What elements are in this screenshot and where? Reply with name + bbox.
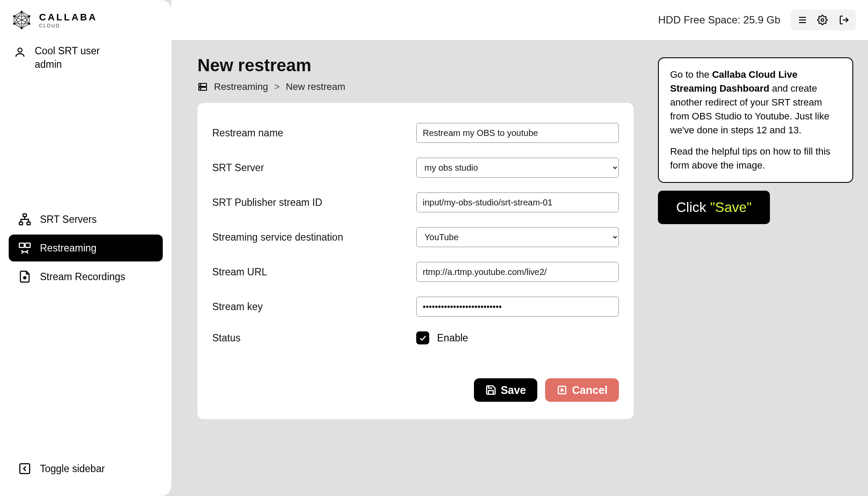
sidebar: CALLABA CLOUD Cool SRT user admin SRT Se… xyxy=(0,0,171,496)
user-icon xyxy=(14,46,26,58)
sidebar-item-label: Restreaming xyxy=(40,242,96,254)
sidebar-item-label: Stream Recordings xyxy=(40,271,125,283)
cancel-icon xyxy=(556,384,568,396)
hdd-free-space: HDD Free Space: 25.9 Gb xyxy=(658,14,780,26)
svg-point-14 xyxy=(13,23,15,25)
destination-label: Streaming service destination xyxy=(212,231,416,243)
user-name: Cool SRT user xyxy=(35,44,100,58)
menu-icon xyxy=(797,15,808,25)
destination-select[interactable]: YouTube xyxy=(416,227,619,247)
svg-point-10 xyxy=(21,11,23,13)
svg-point-16 xyxy=(18,48,22,52)
gear-icon xyxy=(817,15,828,25)
hint-box: Go to the Callaba Cloud Live Streaming D… xyxy=(658,57,853,183)
srt-publisher-input[interactable] xyxy=(416,192,619,212)
stream-url-label: Stream URL xyxy=(212,266,416,278)
main-content: New restream Restreaming > New restream … xyxy=(171,40,868,496)
breadcrumb-separator: > xyxy=(274,81,280,93)
stream-key-input[interactable] xyxy=(416,297,619,317)
topbar: HDD Free Space: 25.9 Gb xyxy=(171,0,868,40)
restream-icon xyxy=(18,241,31,255)
stream-key-label: Stream key xyxy=(212,301,416,313)
settings-button[interactable] xyxy=(812,11,832,29)
svg-rect-21 xyxy=(25,243,30,248)
sidebar-nav: SRT Servers Restreaming Stream Recording… xyxy=(0,206,171,292)
sidebar-item-recordings[interactable]: Stream Recordings xyxy=(9,263,163,290)
brand-name: CALLABA xyxy=(39,12,97,23)
svg-point-15 xyxy=(13,15,15,17)
srt-server-select[interactable]: my obs studio xyxy=(416,158,619,178)
brand-subtitle: CLOUD xyxy=(39,23,97,28)
breadcrumb-parent[interactable]: Restreaming xyxy=(214,81,268,93)
svg-point-12 xyxy=(28,23,30,25)
user-block: Cool SRT user admin xyxy=(0,36,171,76)
toggle-sidebar-label: Toggle sidebar xyxy=(40,463,105,475)
svg-point-13 xyxy=(21,27,23,29)
logout-button[interactable] xyxy=(834,11,854,29)
svg-rect-19 xyxy=(27,222,30,225)
network-icon xyxy=(18,213,31,226)
svg-point-27 xyxy=(821,19,824,21)
save-icon xyxy=(485,384,496,396)
hint-callout: Click "Save" xyxy=(658,191,770,224)
stream-url-input[interactable] xyxy=(416,262,619,282)
brand: CALLABA CLOUD xyxy=(0,0,171,36)
svg-point-31 xyxy=(200,85,201,86)
form-card: Restream name SRT Server my obs studio S… xyxy=(197,103,634,419)
breadcrumb-current: New restream xyxy=(286,81,345,93)
brand-logo-icon xyxy=(12,10,31,30)
menu-button[interactable] xyxy=(792,11,812,29)
sidebar-item-label: SRT Servers xyxy=(40,214,97,225)
logout-icon xyxy=(839,15,849,25)
svg-rect-18 xyxy=(20,222,23,225)
svg-point-32 xyxy=(200,89,201,89)
recording-icon xyxy=(18,270,31,283)
check-icon xyxy=(418,334,427,342)
svg-point-11 xyxy=(28,15,30,17)
srt-publisher-label: SRT Publisher stream ID xyxy=(212,197,416,208)
svg-rect-17 xyxy=(23,214,26,217)
server-icon xyxy=(197,82,208,92)
collapse-icon xyxy=(18,462,31,475)
user-role: admin xyxy=(35,58,100,71)
enable-label: Enable xyxy=(437,332,468,344)
srt-server-label: SRT Server xyxy=(212,162,416,174)
restream-name-input[interactable] xyxy=(416,123,619,143)
status-label: Status xyxy=(212,332,416,344)
toggle-sidebar-button[interactable]: Toggle sidebar xyxy=(9,455,163,482)
topbar-actions xyxy=(791,10,856,30)
svg-rect-20 xyxy=(20,243,24,248)
sidebar-item-restreaming[interactable]: Restreaming xyxy=(9,235,163,261)
enable-checkbox[interactable] xyxy=(416,331,429,344)
svg-point-22 xyxy=(24,277,26,279)
cancel-button[interactable]: Cancel xyxy=(545,378,619,402)
hint-panel: Go to the Callaba Cloud Live Streaming D… xyxy=(658,57,853,224)
sidebar-item-srt-servers[interactable]: SRT Servers xyxy=(9,206,163,233)
svg-rect-23 xyxy=(20,464,30,474)
restream-name-label: Restream name xyxy=(212,127,416,139)
save-button[interactable]: Save xyxy=(474,378,537,402)
